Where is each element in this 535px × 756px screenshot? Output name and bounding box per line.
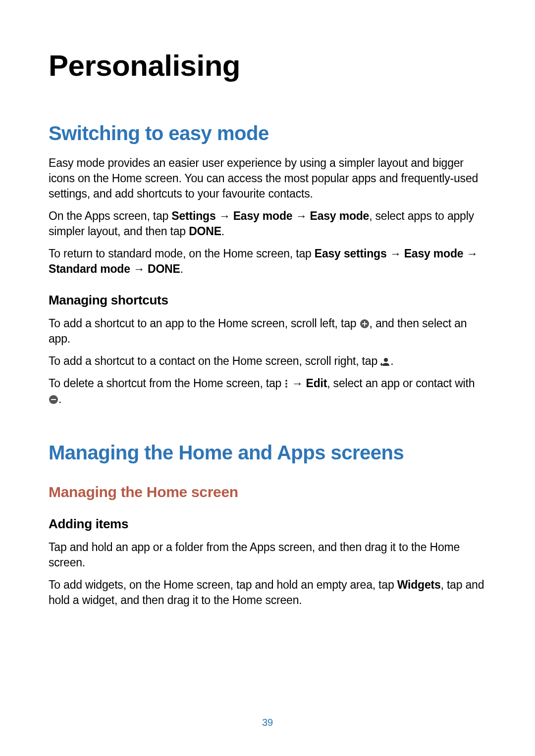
add-contact-shortcut: To add a shortcut to a contact on the Ho… [49,353,486,369]
svg-rect-5 [380,364,383,365]
bold-widgets: Widgets [397,578,441,591]
text-fragment: To add a shortcut to a contact on the Ho… [49,354,380,367]
text-fragment: To add widgets, on the Home screen, tap … [49,578,397,591]
adding-items-p1: Tap and hold an app or a folder from the… [49,540,486,570]
arrow: → [386,247,404,260]
adding-items-heading: Adding items [49,516,486,532]
chapter-title: Personalising [49,49,486,83]
arrow: → [216,209,233,222]
svg-point-3 [384,358,388,362]
page-number: 39 [0,717,535,728]
page-content: Personalising Switching to easy mode Eas… [0,0,535,608]
bold-easy-mode: Easy mode [404,247,464,260]
arrow: → [288,377,306,390]
arrow: → [292,209,310,222]
easy-mode-intro: Easy mode provides an easier user experi… [49,155,486,202]
easy-mode-steps: On the Apps screen, tap Settings → Easy … [49,208,486,239]
add-app-shortcut: To add a shortcut to an app to the Home … [49,316,486,347]
return-standard-steps: To return to standard mode, on the Home … [49,246,486,277]
text-fragment: . [221,225,224,238]
text-fragment: . [58,393,61,405]
section-switching-easy-mode: Switching to easy mode [49,122,486,145]
text-fragment: . [390,354,393,367]
bold-easy-settings: Easy settings [315,247,387,260]
managing-home-screen-heading: Managing the Home screen [49,484,486,501]
section-managing-home-apps: Managing the Home and Apps screens [49,442,486,464]
bold-easy-mode-2: Easy mode [310,209,370,222]
minus-circle-icon [49,393,58,403]
add-contact-icon [380,355,390,365]
text-fragment: , select an app or contact with [327,377,475,390]
adding-items-p2: To add widgets, on the Home screen, tap … [49,577,486,608]
text-fragment: To delete a shortcut from the Home scree… [49,377,284,390]
arrow: → [130,262,148,275]
svg-point-8 [285,386,287,388]
text-fragment: On the Apps screen, tap [49,209,171,222]
svg-point-6 [285,380,287,382]
bold-settings: Settings [171,209,215,222]
bold-standard-mode: Standard mode [49,262,130,275]
managing-shortcuts-heading: Managing shortcuts [49,293,486,308]
bold-done: DONE [189,225,221,238]
text-fragment: . [180,262,183,275]
svg-rect-10 [51,399,56,400]
svg-rect-2 [362,323,367,324]
text-fragment: To return to standard mode, on the Home … [49,247,315,260]
bold-edit: Edit [306,377,327,390]
bold-done: DONE [148,262,180,275]
svg-point-7 [285,383,287,385]
arrow: → [463,247,478,260]
text-fragment: To add a shortcut to an app to the Home … [49,317,360,330]
bold-easy-mode: Easy mode [233,209,293,222]
plus-circle-icon [360,317,370,327]
delete-shortcut: To delete a shortcut from the Home scree… [49,376,486,406]
